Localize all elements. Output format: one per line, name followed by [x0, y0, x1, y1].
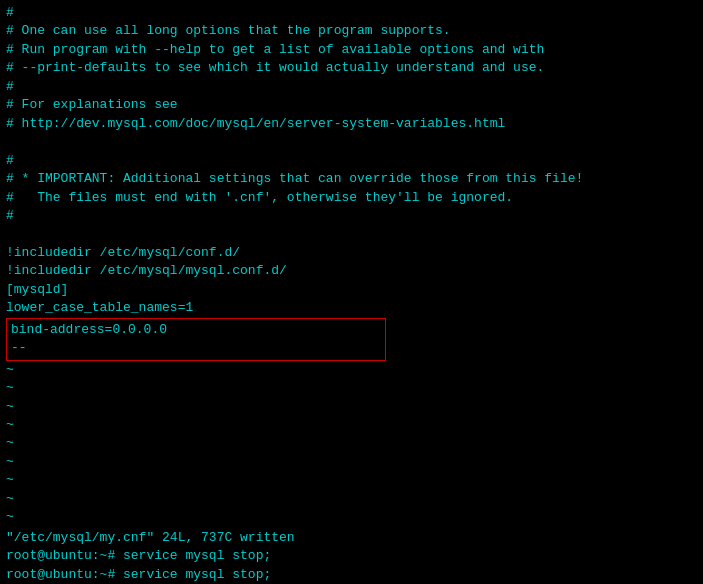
line-hash4: #: [6, 207, 697, 225]
line-hash1: #: [6, 4, 697, 22]
line-hash2: #: [6, 78, 697, 96]
tilde-line6: ~: [6, 453, 697, 471]
cmd-line2: root@ubuntu:~# service mysql stop;: [6, 566, 697, 584]
line-print-defaults: # --print-defaults to see which it would…: [6, 59, 697, 77]
line-for-explanations: # For explanations see: [6, 96, 697, 114]
tilde-line3: ~: [6, 398, 697, 416]
bottom-section: "/etc/mysql/my.cnf" 24L, 737C written ro…: [6, 529, 697, 584]
terminal-window: # # One can use all long options that th…: [0, 0, 703, 584]
line-empty2: [6, 225, 697, 243]
line-mysqld: [mysqld]: [6, 281, 697, 299]
line-hash3: #: [6, 152, 697, 170]
line-includedir1: !includedir /etc/mysql/conf.d/: [6, 244, 697, 262]
line-double-dash: --: [11, 339, 381, 357]
line-lower-case: lower_case_table_names=1: [6, 299, 697, 317]
highlight-box: bind-address=0.0.0.0 --: [6, 318, 386, 361]
line-includedir2: !includedir /etc/mysql/mysql.conf.d/: [6, 262, 697, 280]
line-run-program: # Run program with --help to get a list …: [6, 41, 697, 59]
cmd-line1: root@ubuntu:~# service mysql stop;: [6, 547, 697, 565]
tilde-line1: ~: [6, 361, 697, 379]
tilde-line2: ~: [6, 379, 697, 397]
tilde-line5: ~: [6, 434, 697, 452]
line-files-must: # The files must end with '.cnf', otherw…: [6, 189, 697, 207]
tilde-line8: ~: [6, 490, 697, 508]
line-one-can: # One can use all long options that the …: [6, 22, 697, 40]
file-status-line: "/etc/mysql/my.cnf" 24L, 737C written: [6, 529, 697, 547]
line-important: # * IMPORTANT: Additional settings that …: [6, 170, 697, 188]
line-empty1: [6, 133, 697, 151]
line-url: # http://dev.mysql.com/doc/mysql/en/serv…: [6, 115, 697, 133]
tilde-line4: ~: [6, 416, 697, 434]
line-bind-address: bind-address=0.0.0.0: [11, 321, 381, 339]
tilde-line9: ~: [6, 508, 697, 526]
tilde-line7: ~: [6, 471, 697, 489]
